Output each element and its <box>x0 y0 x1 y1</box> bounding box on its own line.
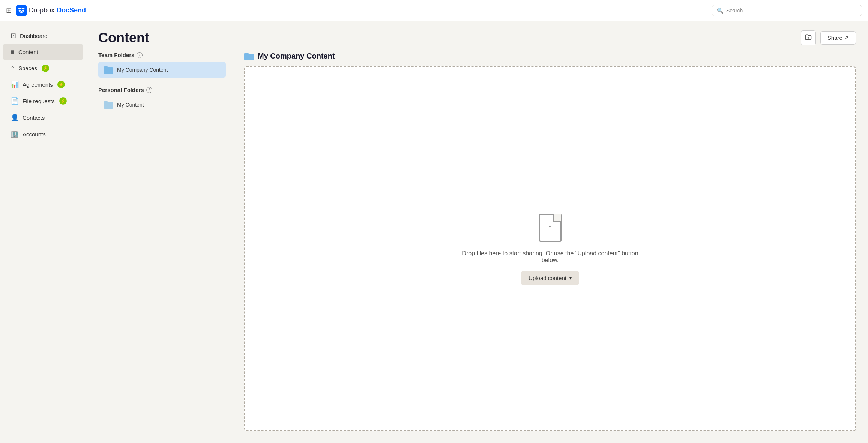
folder-icon <box>104 66 113 74</box>
agreements-icon: 📊 <box>11 80 19 89</box>
new-folder-button[interactable] <box>801 30 816 45</box>
personal-folders-info-icon[interactable]: i <box>146 87 152 93</box>
search-bar[interactable]: 🔍 <box>712 5 862 16</box>
drop-panel-folder-icon <box>244 52 254 60</box>
file-requests-icon: 📄 <box>11 97 19 105</box>
logo: Dropbox DocSend <box>16 5 86 16</box>
personal-folder-name: My Content <box>117 102 144 108</box>
sidebar-item-file-requests[interactable]: 📄 File requests ⚡ <box>3 93 83 109</box>
sidebar-item-content[interactable]: ■ Content <box>3 44 83 60</box>
upload-file-icon: ↑ <box>537 212 563 243</box>
page-title: Content <box>98 30 149 46</box>
sidebar-label-dashboard: Dashboard <box>20 33 47 39</box>
drop-panel: My Company Content ↑ Drop files here to … <box>244 52 856 431</box>
spaces-icon: ⌂ <box>11 64 15 72</box>
drop-panel-title: My Company Content <box>258 52 335 60</box>
drop-panel-header: My Company Content <box>244 52 856 60</box>
sidebar-item-accounts[interactable]: 🏢 Accounts <box>3 126 83 142</box>
dashboard-icon: ⊡ <box>11 32 16 40</box>
folders-panel: Team Folders i My Company Content Person… <box>98 52 226 431</box>
main-content: Content Share ↗ Team Folders i <box>86 21 868 443</box>
search-input[interactable] <box>726 8 857 14</box>
spaces-badge: ⚡ <box>42 65 49 72</box>
drop-zone[interactable]: ↑ Drop files here to start sharing. Or u… <box>244 66 856 431</box>
sidebar-label-contacts: Contacts <box>23 115 45 121</box>
file-requests-badge: ⚡ <box>59 97 67 105</box>
agreements-badge: ⚡ <box>57 81 65 88</box>
team-folders-section: Team Folders i <box>98 52 226 58</box>
content-header: Content Share ↗ <box>86 21 868 52</box>
sidebar-item-agreements[interactable]: 📊 Agreements ⚡ <box>3 77 83 92</box>
sidebar-label-file-requests: File requests <box>23 98 55 104</box>
sidebar-label-agreements: Agreements <box>23 81 53 88</box>
content-icon: ■ <box>11 48 15 56</box>
contacts-icon: 👤 <box>11 113 19 122</box>
chevron-down-icon: ▾ <box>569 276 572 281</box>
header-actions: Share ↗ <box>801 30 856 45</box>
brand-name: Dropbox <box>29 6 54 14</box>
dropbox-logo-icon <box>16 5 27 16</box>
sidebar-label-content: Content <box>18 49 38 55</box>
accounts-icon: 🏢 <box>11 130 19 138</box>
folder-icon <box>104 101 113 109</box>
team-folder-name: My Company Content <box>117 67 168 73</box>
upload-button-label: Upload content <box>529 275 566 281</box>
upload-arrow-icon: ↑ <box>548 222 553 233</box>
upload-content-button[interactable]: Upload content ▾ <box>521 271 579 285</box>
personal-folders-section: Personal Folders i <box>98 87 226 93</box>
sidebar-label-spaces: Spaces <box>18 65 37 71</box>
grid-menu-icon[interactable]: ⊞ <box>6 6 12 15</box>
vertical-divider <box>235 52 235 431</box>
share-button[interactable]: Share ↗ <box>820 31 856 45</box>
sidebar-label-accounts: Accounts <box>23 131 46 137</box>
sidebar-item-dashboard[interactable]: ⊡ Dashboard <box>3 28 83 44</box>
sidebar-item-contacts[interactable]: 👤 Contacts <box>3 110 83 125</box>
main-layout: ⊡ Dashboard ■ Content ⌂ Spaces ⚡ 📊 Agree… <box>0 21 868 443</box>
file-shape: ↑ <box>539 214 562 242</box>
content-body: Team Folders i My Company Content Person… <box>86 52 868 443</box>
sidebar: ⊡ Dashboard ■ Content ⌂ Spaces ⚡ 📊 Agree… <box>0 21 86 443</box>
team-folder-my-company-content[interactable]: My Company Content <box>98 62 226 78</box>
personal-folders-title: Personal Folders <box>98 87 144 93</box>
team-folders-title: Team Folders <box>98 52 134 58</box>
product-name: DocSend <box>57 6 86 14</box>
drop-zone-text: Drop files here to start sharing. Or use… <box>457 250 644 264</box>
team-folders-info-icon[interactable]: i <box>137 52 143 58</box>
search-icon: 🔍 <box>717 8 723 14</box>
top-navigation: ⊞ Dropbox DocSend 🔍 <box>0 0 868 21</box>
sidebar-item-spaces[interactable]: ⌂ Spaces ⚡ <box>3 60 83 76</box>
personal-folder-my-content[interactable]: My Content <box>98 97 226 113</box>
